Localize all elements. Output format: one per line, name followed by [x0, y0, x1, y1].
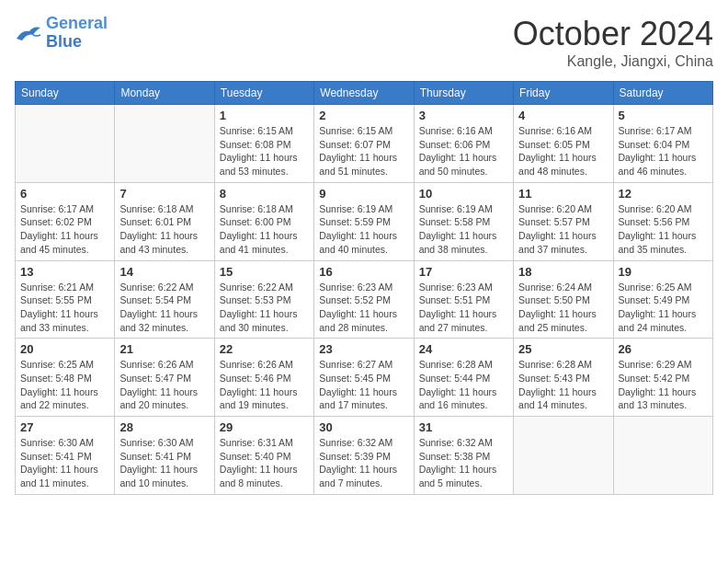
day-info: Sunrise: 6:31 AMSunset: 5:40 PMDaylight:… [220, 436, 309, 490]
day-info: Sunrise: 6:25 AMSunset: 5:49 PMDaylight:… [619, 281, 708, 335]
logo-text: General [46, 15, 108, 33]
calendar-week-row: 27Sunrise: 6:30 AMSunset: 5:41 PMDayligh… [16, 417, 713, 495]
calendar-cell: 13Sunrise: 6:21 AMSunset: 5:55 PMDayligh… [16, 260, 115, 339]
calendar-cell: 17Sunrise: 6:23 AMSunset: 5:51 PMDayligh… [414, 260, 513, 339]
day-info: Sunrise: 6:26 AMSunset: 5:46 PMDaylight:… [220, 358, 309, 412]
day-info: Sunrise: 6:28 AMSunset: 5:43 PMDaylight:… [518, 358, 608, 412]
day-number: 7 [119, 187, 209, 201]
calendar-cell: 16Sunrise: 6:23 AMSunset: 5:52 PMDayligh… [314, 260, 414, 339]
day-info: Sunrise: 6:28 AMSunset: 5:44 PMDaylight:… [419, 358, 508, 412]
calendar-week-row: 20Sunrise: 6:25 AMSunset: 5:48 PMDayligh… [16, 339, 713, 417]
calendar-cell: 26Sunrise: 6:29 AMSunset: 5:42 PMDayligh… [613, 339, 712, 417]
day-number: 30 [319, 420, 408, 434]
calendar-cell: 3Sunrise: 6:16 AMSunset: 6:06 PMDaylight… [414, 105, 513, 183]
calendar-cell: 27Sunrise: 6:30 AMSunset: 5:41 PMDayligh… [16, 417, 115, 495]
calendar-week-row: 1Sunrise: 6:15 AMSunset: 6:08 PMDaylight… [16, 105, 713, 183]
weekday-header-sunday: Sunday [16, 82, 115, 105]
day-info: Sunrise: 6:16 AMSunset: 6:06 PMDaylight:… [419, 124, 508, 178]
calendar-cell: 21Sunrise: 6:26 AMSunset: 5:47 PMDayligh… [115, 339, 214, 417]
calendar-cell [514, 417, 613, 495]
day-info: Sunrise: 6:32 AMSunset: 5:39 PMDaylight:… [319, 436, 408, 490]
day-info: Sunrise: 6:24 AMSunset: 5:50 PMDaylight:… [518, 281, 608, 335]
day-info: Sunrise: 6:17 AMSunset: 6:04 PMDaylight:… [619, 124, 708, 178]
day-number: 3 [419, 109, 508, 122]
day-number: 9 [319, 187, 408, 201]
calendar-table: SundayMondayTuesdayWednesdayThursdayFrid… [15, 81, 713, 495]
day-number: 6 [20, 187, 109, 201]
day-number: 26 [619, 342, 708, 356]
day-info: Sunrise: 6:23 AMSunset: 5:52 PMDaylight:… [319, 281, 408, 335]
logo-bird-icon [15, 22, 42, 44]
calendar-cell: 10Sunrise: 6:19 AMSunset: 5:58 PMDayligh… [414, 182, 513, 260]
calendar-cell: 30Sunrise: 6:32 AMSunset: 5:39 PMDayligh… [314, 417, 414, 495]
day-info: Sunrise: 6:32 AMSunset: 5:38 PMDaylight:… [419, 436, 508, 490]
day-number: 16 [319, 265, 408, 279]
calendar-cell: 14Sunrise: 6:22 AMSunset: 5:54 PMDayligh… [115, 260, 214, 339]
logo: General Blue [15, 15, 108, 52]
day-number: 4 [518, 109, 608, 122]
day-number: 22 [220, 342, 309, 356]
day-number: 23 [319, 342, 408, 356]
calendar-cell: 9Sunrise: 6:19 AMSunset: 5:59 PMDaylight… [314, 182, 414, 260]
calendar-week-row: 6Sunrise: 6:17 AMSunset: 6:02 PMDaylight… [16, 182, 713, 260]
day-number: 29 [220, 420, 309, 434]
day-number: 31 [419, 420, 508, 434]
calendar-cell: 19Sunrise: 6:25 AMSunset: 5:49 PMDayligh… [613, 260, 712, 339]
day-number: 24 [419, 342, 508, 356]
weekday-header-tuesday: Tuesday [214, 82, 313, 105]
location: Kangle, Jiangxi, China [513, 53, 713, 70]
day-info: Sunrise: 6:26 AMSunset: 5:47 PMDaylight:… [119, 358, 209, 412]
day-number: 15 [220, 265, 309, 279]
day-number: 19 [619, 265, 708, 279]
day-info: Sunrise: 6:22 AMSunset: 5:54 PMDaylight:… [119, 281, 209, 335]
weekday-header-monday: Monday [115, 82, 214, 105]
day-info: Sunrise: 6:18 AMSunset: 6:00 PMDaylight:… [220, 202, 309, 257]
calendar-cell [115, 105, 214, 183]
day-number: 12 [619, 187, 708, 201]
calendar-cell: 31Sunrise: 6:32 AMSunset: 5:38 PMDayligh… [414, 417, 513, 495]
calendar-cell [16, 105, 115, 183]
calendar-cell: 28Sunrise: 6:30 AMSunset: 5:41 PMDayligh… [115, 417, 214, 495]
logo-text-blue: Blue [46, 33, 108, 52]
day-number: 11 [518, 187, 608, 201]
day-number: 5 [619, 109, 708, 122]
day-number: 20 [20, 342, 109, 356]
day-number: 27 [20, 420, 109, 434]
day-number: 2 [319, 109, 408, 122]
calendar-cell: 2Sunrise: 6:15 AMSunset: 6:07 PMDaylight… [314, 105, 414, 183]
day-number: 10 [419, 187, 508, 201]
page-header: General Blue October 2024 Kangle, Jiangx… [15, 15, 713, 70]
weekday-header-friday: Friday [514, 82, 613, 105]
day-info: Sunrise: 6:20 AMSunset: 5:56 PMDaylight:… [619, 202, 708, 257]
calendar-cell [613, 417, 712, 495]
weekday-header-row: SundayMondayTuesdayWednesdayThursdayFrid… [16, 82, 713, 105]
day-info: Sunrise: 6:19 AMSunset: 5:58 PMDaylight:… [419, 202, 508, 257]
day-number: 18 [518, 265, 608, 279]
day-number: 8 [220, 187, 309, 201]
day-info: Sunrise: 6:29 AMSunset: 5:42 PMDaylight:… [619, 358, 708, 412]
calendar-week-row: 13Sunrise: 6:21 AMSunset: 5:55 PMDayligh… [16, 260, 713, 339]
calendar-cell: 29Sunrise: 6:31 AMSunset: 5:40 PMDayligh… [214, 417, 313, 495]
day-number: 21 [119, 342, 209, 356]
day-number: 13 [20, 265, 109, 279]
day-info: Sunrise: 6:22 AMSunset: 5:53 PMDaylight:… [220, 281, 309, 335]
day-number: 25 [518, 342, 608, 356]
day-info: Sunrise: 6:17 AMSunset: 6:02 PMDaylight:… [20, 202, 109, 257]
weekday-header-wednesday: Wednesday [314, 82, 414, 105]
calendar-cell: 8Sunrise: 6:18 AMSunset: 6:00 PMDaylight… [214, 182, 313, 260]
day-info: Sunrise: 6:23 AMSunset: 5:51 PMDaylight:… [419, 281, 508, 335]
calendar-cell: 1Sunrise: 6:15 AMSunset: 6:08 PMDaylight… [214, 105, 313, 183]
calendar-cell: 15Sunrise: 6:22 AMSunset: 5:53 PMDayligh… [214, 260, 313, 339]
day-info: Sunrise: 6:30 AMSunset: 5:41 PMDaylight:… [20, 436, 109, 490]
title-block: October 2024 Kangle, Jiangxi, China [513, 15, 713, 70]
calendar-cell: 6Sunrise: 6:17 AMSunset: 6:02 PMDaylight… [16, 182, 115, 260]
calendar-cell: 18Sunrise: 6:24 AMSunset: 5:50 PMDayligh… [514, 260, 613, 339]
month-title: October 2024 [513, 15, 713, 53]
day-info: Sunrise: 6:20 AMSunset: 5:57 PMDaylight:… [518, 202, 608, 257]
day-number: 17 [419, 265, 508, 279]
calendar-cell: 7Sunrise: 6:18 AMSunset: 6:01 PMDaylight… [115, 182, 214, 260]
day-info: Sunrise: 6:16 AMSunset: 6:05 PMDaylight:… [518, 124, 608, 178]
day-info: Sunrise: 6:25 AMSunset: 5:48 PMDaylight:… [20, 358, 109, 412]
day-info: Sunrise: 6:30 AMSunset: 5:41 PMDaylight:… [119, 436, 209, 490]
calendar-cell: 25Sunrise: 6:28 AMSunset: 5:43 PMDayligh… [514, 339, 613, 417]
